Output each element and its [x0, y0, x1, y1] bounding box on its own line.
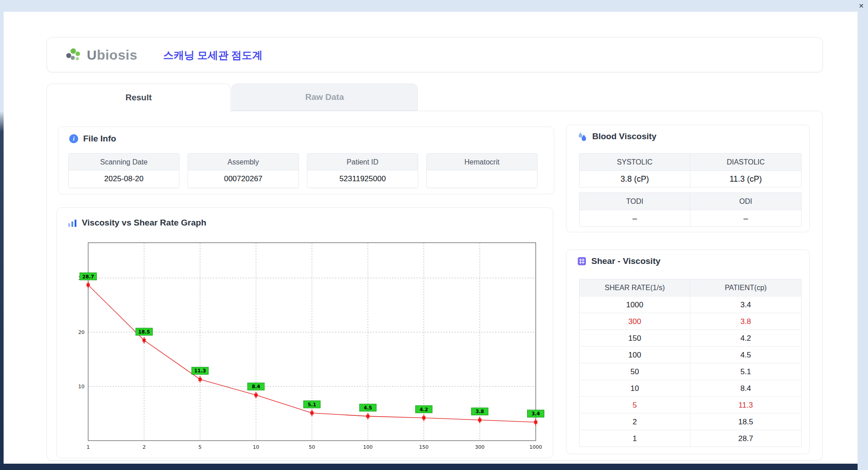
svg-text:10: 10	[253, 444, 259, 449]
svg-text:18.5: 18.5	[138, 329, 150, 334]
app-window: Ubiosis 스캐닝 모세관 점도계 Result Raw Data File…	[4, 12, 858, 464]
shear-rate-cell: 10	[580, 380, 690, 396]
shear-rate-cell: 5	[580, 396, 690, 413]
shear-viscosity-header: Shear - Viscosity	[577, 256, 660, 266]
close-icon[interactable]: ✕	[859, 1, 864, 10]
shear-table-row: 128.7	[580, 430, 801, 446]
svg-text:10: 10	[78, 384, 85, 390]
col-shear-rate: SHEAR RATE(1/s)	[580, 279, 690, 296]
shear-table-row: 108.4	[580, 380, 801, 396]
file-info-header: File Info	[69, 134, 116, 144]
shear-viscosity-title: Shear - Viscosity	[591, 256, 660, 266]
brand-text-u: U	[87, 47, 97, 62]
diastolic-label: DIASTOLIC	[690, 154, 801, 170]
shear-rate-cell: 2	[580, 413, 690, 430]
graph-card: Viscosity vs Shear Rate Graph 1020301251…	[57, 207, 553, 458]
page-title: 스캐닝 모세관 점도계	[163, 38, 263, 73]
field-patient-id: Patient ID 52311925000	[307, 153, 418, 188]
viscosity-chart: 1020301251050100150300100028.718.511.38.…	[57, 208, 554, 449]
systolic-diastolic-block: SYSTOLIC DIASTOLIC 3.8 (cP) 11.3 (cP)	[579, 153, 802, 188]
app-header: Ubiosis 스캐닝 모세관 점도계	[47, 37, 823, 72]
blood-viscosity-card: Blood Viscosity SYSTOLIC DIASTOLIC 3.8 (…	[566, 125, 810, 232]
blood-viscosity-table: SYSTOLIC DIASTOLIC 3.8 (cP) 11.3 (cP) TO…	[579, 153, 802, 227]
shear-rate-cell: 150	[580, 329, 690, 346]
shear-table-row: 1004.5	[580, 346, 801, 363]
content-panel: File Info Scanning Date 2025-08-20 Assem…	[47, 111, 823, 461]
shear-rate-cell: 1000	[580, 296, 690, 313]
shear-table-header: SHEAR RATE(1/s) PATIENT(cp)	[580, 279, 801, 296]
tab-raw-data[interactable]: Raw Data	[231, 84, 418, 111]
shear-viscosity-table: SHEAR RATE(1/s) PATIENT(cp) 10003.43003.…	[579, 279, 802, 447]
svg-text:3.8: 3.8	[476, 409, 484, 414]
blood-viscosity-header: Blood Viscosity	[577, 132, 656, 141]
shear-table-row: 505.1	[580, 363, 801, 380]
patient-cp-cell: 18.5	[690, 413, 801, 430]
shear-table-body: 10003.43003.81504.21004.5505.1108.4511.3…	[580, 296, 801, 446]
shear-table-row: 1504.2	[580, 329, 801, 346]
shear-rate-cell: 100	[580, 346, 690, 363]
patient-cp-cell: 4.5	[690, 346, 801, 363]
brand-text: Ubiosis	[87, 47, 137, 63]
svg-text:5.1: 5.1	[308, 402, 316, 407]
shear-table-row: 3003.8	[580, 313, 801, 329]
tab-result-label: Result	[125, 93, 151, 103]
file-info-fields: Scanning Date 2025-08-20 Assembly 000720…	[68, 153, 538, 188]
droplet-icon	[577, 132, 587, 141]
desktop-edge-left	[0, 12, 4, 470]
brand-text-rest: biosis	[97, 47, 137, 62]
svg-text:11.3: 11.3	[194, 368, 206, 373]
field-assembly: Assembly 000720267	[188, 153, 299, 188]
odi-value: –	[690, 210, 801, 226]
shear-viscosity-card: Shear - Viscosity SHEAR RATE(1/s) PATIEN…	[566, 249, 810, 454]
patient-cp-cell: 5.1	[690, 363, 801, 380]
shear-rate-cell: 50	[580, 363, 690, 380]
field-value	[427, 170, 537, 188]
diastolic-value: 11.3 (cP)	[690, 170, 801, 187]
field-value: 000720267	[188, 170, 298, 188]
field-value: 52311925000	[307, 170, 418, 188]
svg-text:20: 20	[78, 329, 85, 335]
svg-text:4.5: 4.5	[363, 405, 372, 410]
file-info-card: File Info Scanning Date 2025-08-20 Assem…	[58, 127, 554, 194]
svg-text:300: 300	[475, 444, 485, 449]
ubiosis-logo-icon	[64, 46, 84, 64]
table-grid-icon	[577, 257, 586, 266]
todi-odi-block: TODI ODI – –	[579, 193, 802, 227]
tab-result[interactable]: Result	[47, 84, 231, 111]
svg-text:2: 2	[142, 444, 146, 449]
window-titlebar: ✕	[0, 0, 868, 12]
shear-table-row: 10003.4	[580, 296, 801, 313]
field-label: Assembly	[188, 154, 298, 170]
svg-text:150: 150	[419, 444, 429, 449]
svg-text:50: 50	[309, 444, 315, 449]
todi-label: TODI	[580, 193, 690, 210]
field-label: Hematocrit	[427, 154, 537, 170]
patient-cp-cell: 3.8	[690, 313, 801, 329]
field-label: Patient ID	[307, 154, 418, 170]
col-patient: PATIENT(cp)	[690, 279, 801, 296]
svg-text:8.4: 8.4	[252, 384, 260, 389]
systolic-value: 3.8 (cP)	[580, 170, 690, 187]
field-label: Scanning Date	[69, 154, 179, 170]
file-info-title: File Info	[83, 134, 116, 144]
field-hematocrit: Hematocrit	[426, 153, 538, 188]
svg-text:100: 100	[363, 444, 373, 449]
brand-logo: Ubiosis	[64, 38, 137, 73]
patient-cp-cell: 3.4	[690, 296, 801, 313]
shear-table-row: 218.5	[580, 413, 801, 430]
svg-text:28.7: 28.7	[82, 274, 94, 279]
patient-cp-cell: 11.3	[690, 396, 801, 413]
patient-cp-cell: 8.4	[690, 380, 801, 396]
svg-text:4.2: 4.2	[420, 407, 428, 412]
svg-text:5: 5	[198, 444, 202, 449]
todi-value: –	[580, 210, 690, 226]
tab-raw-data-label: Raw Data	[305, 92, 344, 102]
desktop-edge-right	[858, 12, 868, 470]
blood-viscosity-title: Blood Viscosity	[592, 132, 656, 141]
svg-text:3.4: 3.4	[532, 411, 540, 416]
patient-cp-cell: 28.7	[690, 430, 801, 446]
shear-rate-cell: 1	[580, 430, 690, 446]
patient-cp-cell: 4.2	[690, 329, 801, 346]
svg-text:1: 1	[87, 444, 90, 449]
systolic-label: SYSTOLIC	[580, 154, 690, 170]
